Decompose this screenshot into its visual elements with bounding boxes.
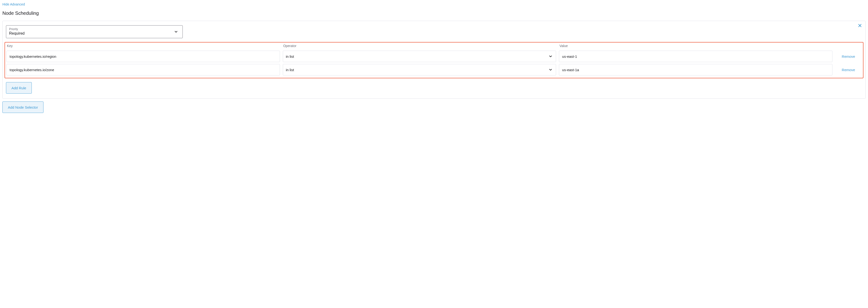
value-input[interactable]	[559, 51, 832, 62]
priority-select[interactable]: Priority Required	[6, 25, 183, 38]
operator-select[interactable]	[283, 51, 556, 62]
node-selector-group: Priority Required Key Operator Value Rem…	[2, 21, 866, 99]
value-column-header: Value	[559, 44, 832, 49]
key-column-header: Key	[6, 44, 280, 49]
column-headers: Key Operator Value	[6, 44, 862, 49]
rules-highlight-box: Key Operator Value Remove	[4, 42, 864, 78]
priority-value: Required	[9, 31, 180, 36]
remove-button[interactable]: Remove	[835, 55, 862, 59]
operator-input[interactable]	[283, 51, 556, 62]
rule-row: Remove	[6, 64, 862, 75]
operator-column-header: Operator	[283, 44, 556, 49]
add-node-selector-button[interactable]: Add Node Selector	[2, 101, 43, 113]
hide-advanced-link[interactable]: Hide Advanced	[2, 2, 25, 6]
add-rule-button[interactable]: Add Rule	[6, 82, 32, 94]
operator-select[interactable]	[283, 64, 556, 75]
section-heading: Node Scheduling	[2, 10, 866, 16]
rule-row: Remove	[6, 51, 862, 62]
priority-label: Priority	[9, 27, 180, 31]
key-input[interactable]	[6, 64, 280, 75]
close-icon[interactable]	[858, 23, 862, 28]
value-input[interactable]	[559, 64, 832, 75]
remove-button[interactable]: Remove	[835, 68, 862, 72]
chevron-down-icon	[174, 30, 178, 34]
operator-input[interactable]	[283, 64, 556, 75]
key-input[interactable]	[6, 51, 280, 62]
